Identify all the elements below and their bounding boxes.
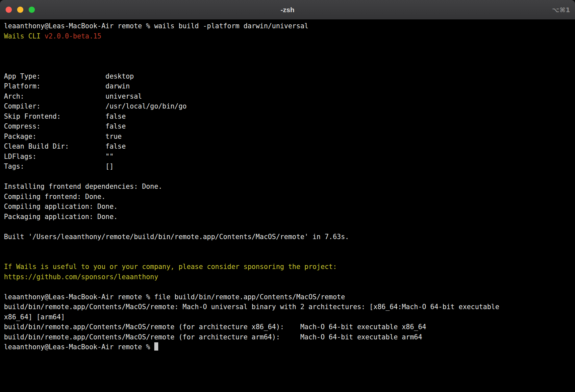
terminal-line (4, 41, 571, 51)
terminal-line: Tags: [] (4, 161, 571, 172)
terminal-text: Platform: darwin (4, 82, 130, 90)
terminal-output[interactable]: leaanthony@Leas-MacBook-Air remote % wai… (0, 20, 575, 392)
terminal-link[interactable]: https://github.com/sponsors/leaanthony (4, 273, 158, 281)
minimize-button[interactable] (17, 7, 23, 13)
terminal-text: Packaging application: Done. (4, 213, 118, 221)
terminal-text: App Type: desktop (4, 72, 134, 80)
terminal-line: App Type: desktop (4, 71, 571, 82)
terminal-text: build/bin/remote.app/Contents/MacOS/remo… (4, 323, 426, 331)
zoom-button[interactable] (29, 7, 35, 13)
terminal-line: Platform: darwin (4, 81, 571, 91)
terminal-line: build/bin/remote.app/Contents/MacOS/remo… (4, 322, 571, 332)
terminal-line: Compiler: /usr/local/go/bin/go (4, 101, 571, 111)
window-shortcut-hint: ⌥⌘1 (552, 0, 570, 19)
close-button[interactable] (6, 7, 12, 13)
terminal-line: Compiling application: Done. (4, 202, 571, 212)
terminal-line (4, 222, 571, 232)
terminal-line (4, 282, 571, 292)
terminal-text: Compiler: /usr/local/go/bin/go (4, 102, 187, 110)
terminal-text: Tags: [] (4, 162, 113, 170)
terminal-text: leaanthony@Leas-MacBook-Air remote % (4, 343, 154, 351)
terminal-line (4, 61, 571, 71)
terminal-text: Wails CLI (4, 32, 44, 40)
terminal-text: LDFlags: "" (4, 153, 113, 160)
terminal-line: https://github.com/sponsors/leaanthony (4, 272, 571, 282)
terminal-line: build/bin/remote.app/Contents/MacOS/remo… (4, 332, 571, 342)
terminal-text: If Wails is useful to you or your compan… (4, 263, 337, 271)
terminal-line: LDFlags: "" (4, 152, 571, 162)
terminal-text: v2.0.0-beta.15 (44, 32, 101, 40)
terminal-line: leaanthony@Leas-MacBook-Air remote % fil… (4, 292, 571, 302)
terminal-text: Built '/Users/leaanthony/remote/build/bi… (4, 233, 349, 241)
terminal-line: Clean Build Dir: false (4, 141, 571, 152)
terminal-text: Installing frontend dependencies: Done. (4, 183, 162, 190)
terminal-line: Packaging application: Done. (4, 212, 571, 222)
terminal-text: Skip Frontend: false (4, 112, 126, 120)
terminal-line (4, 252, 571, 262)
terminal-text: leaanthony@Leas-MacBook-Air remote % wai… (4, 22, 309, 30)
terminal-cursor (154, 342, 158, 351)
terminal-text: Arch: universal (4, 92, 142, 100)
terminal-text: leaanthony@Leas-MacBook-Air remote % fil… (4, 293, 345, 301)
terminal-line: Wails CLI v2.0.0-beta.15 (4, 31, 571, 41)
terminal-line: leaanthony@Leas-MacBook-Air remote % wai… (4, 21, 571, 31)
window-title: -zsh (0, 6, 575, 14)
terminal-line: leaanthony@Leas-MacBook-Air remote % (4, 342, 571, 352)
terminal-line (4, 172, 571, 182)
terminal-text: build/bin/remote.app/Contents/MacOS/remo… (4, 333, 422, 341)
terminal-line: Installing frontend dependencies: Done. (4, 182, 571, 192)
terminal-line: x86_64] [arm64] (4, 312, 571, 322)
terminal-text: Package: true (4, 133, 122, 140)
terminal-text: build/bin/remote.app/Contents/MacOS/remo… (4, 303, 499, 311)
terminal-text: Clean Build Dir: false (4, 142, 126, 150)
titlebar[interactable]: -zsh ⌥⌘1 (0, 0, 575, 20)
terminal-line: Compress: false (4, 121, 571, 132)
terminal-line: Compiling frontend: Done. (4, 192, 571, 202)
terminal-line: Package: true (4, 132, 571, 142)
terminal-line: If Wails is useful to you or your compan… (4, 262, 571, 272)
window-controls (6, 0, 35, 19)
terminal-text: Compress: false (4, 122, 126, 130)
terminal-line (4, 51, 571, 61)
terminal-window: -zsh ⌥⌘1 leaanthony@Leas-MacBook-Air rem… (0, 0, 575, 392)
terminal-text: x86_64] [arm64] (4, 313, 65, 321)
terminal-text: Compiling application: Done. (4, 203, 118, 210)
terminal-line: Built '/Users/leaanthony/remote/build/bi… (4, 232, 571, 242)
terminal-line: build/bin/remote.app/Contents/MacOS/remo… (4, 302, 571, 312)
terminal-line (4, 242, 571, 252)
terminal-line: Arch: universal (4, 91, 571, 102)
terminal-text: Compiling frontend: Done. (4, 193, 106, 201)
terminal-line: Skip Frontend: false (4, 111, 571, 122)
